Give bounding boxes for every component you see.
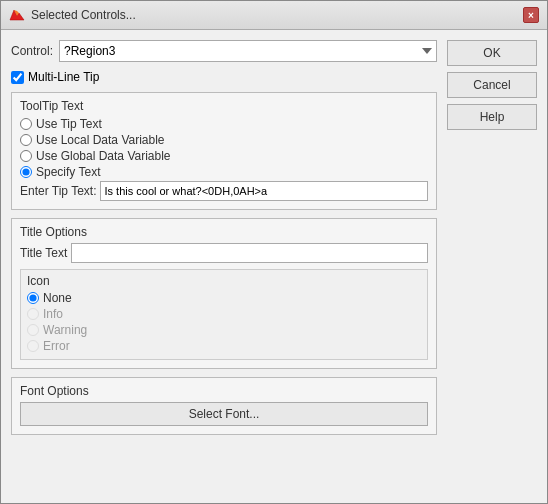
icon-warning-label: Warning — [43, 323, 87, 337]
font-options-section: Font Options Select Font... — [11, 377, 437, 435]
title-options-group-label: Title Options — [20, 225, 428, 239]
multiline-tip-checkbox[interactable] — [11, 71, 24, 84]
font-options-group-label: Font Options — [20, 384, 428, 398]
specify-text-radio[interactable] — [20, 166, 32, 178]
icon-none-row: None — [27, 291, 421, 305]
cancel-button[interactable]: Cancel — [447, 72, 537, 98]
title-bar: Selected Controls... × — [1, 1, 547, 30]
icon-info-radio[interactable] — [27, 308, 39, 320]
title-text-row: Title Text — [20, 243, 428, 263]
use-local-data-label: Use Local Data Variable — [36, 133, 165, 147]
use-global-data-radio[interactable] — [20, 150, 32, 162]
use-tip-text-radio[interactable] — [20, 118, 32, 130]
title-options-section: Title Options Title Text Icon None Info — [11, 218, 437, 369]
right-panel: OK Cancel Help — [447, 40, 537, 493]
icon-info-row: Info — [27, 307, 421, 321]
enter-tip-text-label: Enter Tip Text: — [20, 184, 96, 198]
use-local-data-radio[interactable] — [20, 134, 32, 146]
help-button[interactable]: Help — [447, 104, 537, 130]
title-text-input[interactable] — [71, 243, 428, 263]
control-row: Control: ?Region3 — [11, 40, 437, 62]
icon-none-label: None — [43, 291, 72, 305]
dialog-window: Selected Controls... × Control: ?Region3… — [0, 0, 548, 504]
icon-info-label: Info — [43, 307, 63, 321]
use-tip-text-label: Use Tip Text — [36, 117, 102, 131]
left-panel: Control: ?Region3 Multi-Line Tip ToolTip… — [11, 40, 437, 493]
dialog-title: Selected Controls... — [31, 8, 136, 22]
close-button[interactable]: × — [523, 7, 539, 23]
use-tip-text-row: Use Tip Text — [20, 117, 428, 131]
title-bar-left: Selected Controls... — [9, 7, 136, 23]
enter-tip-text-row: Enter Tip Text: — [20, 181, 428, 201]
icon-group: Icon None Info Warning — [20, 269, 428, 360]
ok-button[interactable]: OK — [447, 40, 537, 66]
icon-error-label: Error — [43, 339, 70, 353]
enter-tip-text-input[interactable] — [100, 181, 428, 201]
title-text-label: Title Text — [20, 246, 67, 260]
multiline-tip-row: Multi-Line Tip — [11, 70, 437, 84]
use-local-data-row: Use Local Data Variable — [20, 133, 428, 147]
icon-none-radio[interactable] — [27, 292, 39, 304]
icon-warning-row: Warning — [27, 323, 421, 337]
matlab-logo-icon — [9, 7, 25, 23]
icon-error-radio[interactable] — [27, 340, 39, 352]
specify-text-row: Specify Text — [20, 165, 428, 179]
control-label: Control: — [11, 44, 53, 58]
dialog-body: Control: ?Region3 Multi-Line Tip ToolTip… — [1, 30, 547, 503]
icon-error-row: Error — [27, 339, 421, 353]
icon-warning-radio[interactable] — [27, 324, 39, 336]
specify-text-label: Specify Text — [36, 165, 100, 179]
tooltip-text-group-label: ToolTip Text — [20, 99, 428, 113]
control-select[interactable]: ?Region3 — [59, 40, 437, 62]
use-global-data-label: Use Global Data Variable — [36, 149, 171, 163]
tooltip-text-section: ToolTip Text Use Tip Text Use Local Data… — [11, 92, 437, 210]
select-font-button[interactable]: Select Font... — [20, 402, 428, 426]
multiline-tip-label: Multi-Line Tip — [28, 70, 99, 84]
use-global-data-row: Use Global Data Variable — [20, 149, 428, 163]
icon-group-label: Icon — [27, 274, 421, 288]
